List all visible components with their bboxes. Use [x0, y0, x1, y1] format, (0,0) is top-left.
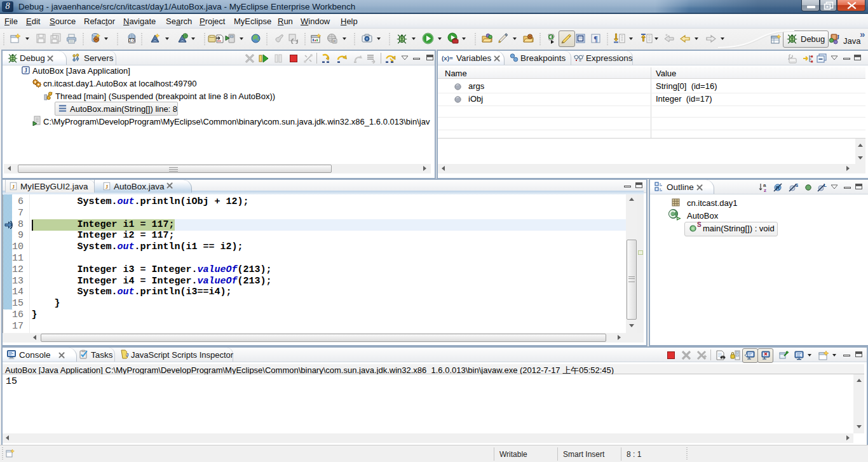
svg-text:J: J [105, 184, 109, 190]
svg-text:J: J [126, 352, 128, 358]
svg-text:2.0: 2.0 [129, 38, 135, 43]
svg-text:S: S [795, 182, 798, 188]
svg-text:J: J [836, 34, 839, 41]
svg-text:L: L [824, 182, 827, 188]
svg-text:J: J [24, 67, 27, 74]
svg-text:J: J [12, 184, 15, 190]
svg-text:¶: ¶ [593, 34, 597, 43]
svg-text:z: z [764, 187, 766, 193]
svg-text:R: R [333, 39, 336, 43]
svg-text:(x)=: (x)= [442, 55, 453, 62]
